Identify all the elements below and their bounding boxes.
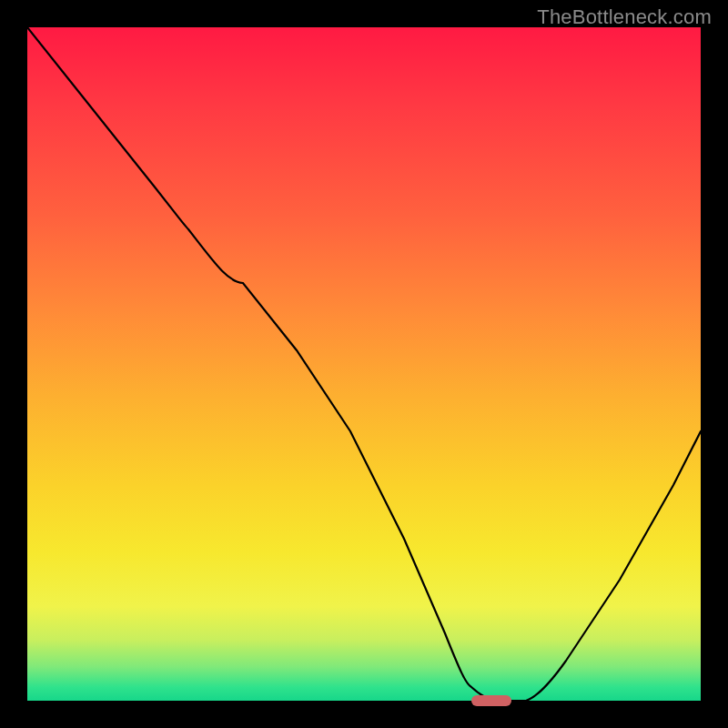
watermark-text: TheBottleneck.com: [537, 5, 712, 29]
bottleneck-curve: [27, 27, 701, 701]
plot-area: [27, 27, 701, 701]
chart-frame: TheBottleneck.com: [0, 0, 728, 728]
optimal-marker: [471, 695, 511, 706]
